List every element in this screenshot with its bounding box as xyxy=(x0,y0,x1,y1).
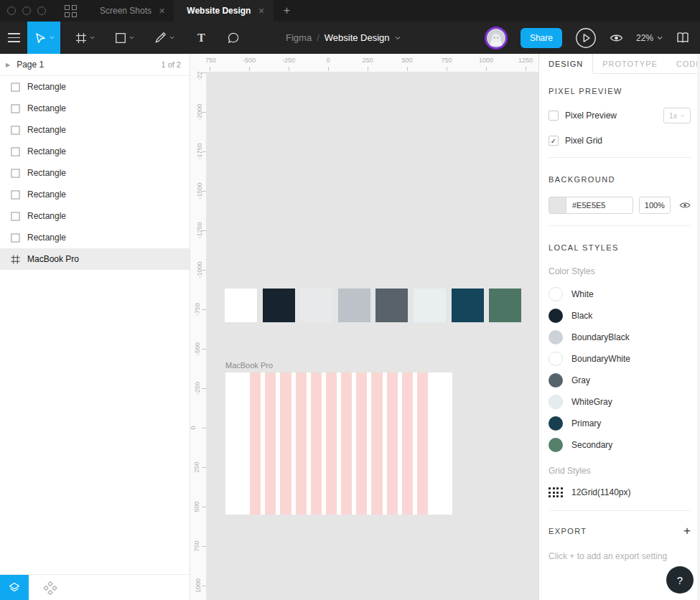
background-section: BACKGROUND #E5E5E5 100% xyxy=(539,162,700,230)
home-grid-icon[interactable] xyxy=(65,5,77,17)
text-icon: T xyxy=(197,32,205,44)
layer-name: Rectangle xyxy=(27,82,66,92)
ruler-corner xyxy=(190,54,206,72)
library-book-icon[interactable] xyxy=(676,32,690,44)
pixel-scale-select[interactable]: 1x xyxy=(663,108,691,123)
background-opacity-field[interactable]: 100% xyxy=(639,197,671,214)
pen-tool-button[interactable] xyxy=(148,22,181,54)
frame-tool-button[interactable] xyxy=(69,22,101,54)
layer-row[interactable]: Rectangle xyxy=(0,205,190,227)
color-style-boundaryblack[interactable]: BoundaryBlack xyxy=(549,327,691,348)
window-maximize-button[interactable] xyxy=(37,6,46,15)
share-button[interactable]: Share xyxy=(521,28,562,48)
canvas-swatch-boundarywhite[interactable] xyxy=(300,289,332,322)
page-name[interactable]: Page 1 xyxy=(17,60,161,70)
page-expand-icon[interactable]: ▶ xyxy=(6,62,10,68)
background-color-swatch[interactable] xyxy=(549,197,566,214)
tab-screen-shots[interactable]: Screen Shots ✕ xyxy=(87,0,174,22)
chevron-down-icon[interactable] xyxy=(395,36,401,40)
window-controls[interactable] xyxy=(0,6,56,15)
assets-panel-button[interactable] xyxy=(36,575,65,600)
inspector-scrollbar[interactable] xyxy=(697,54,700,600)
breadcrumb-app[interactable]: Figma xyxy=(286,32,312,43)
close-icon[interactable]: ✕ xyxy=(159,6,165,16)
preview-eye-icon[interactable] xyxy=(610,33,623,43)
window-close-button[interactable] xyxy=(7,6,16,15)
layer-row[interactable]: Rectangle xyxy=(0,184,190,205)
canvas-swatch-whitegray[interactable] xyxy=(414,289,446,322)
background-hex-field[interactable]: #E5E5E5 xyxy=(549,197,633,214)
present-play-icon[interactable] xyxy=(575,27,597,49)
pixel-preview-title: PIXEL PREVIEW xyxy=(549,87,691,95)
color-style-whitegray[interactable]: WhiteGray xyxy=(549,391,691,413)
text-tool-button[interactable]: T xyxy=(191,22,212,54)
pixel-scale-value: 1x xyxy=(669,111,678,120)
color-style-boundarywhite[interactable]: BoundaryWhite xyxy=(549,348,691,370)
zoom-level-control[interactable]: 22% xyxy=(636,33,663,43)
grid-style-item[interactable]: 12Grid(1140px) xyxy=(549,482,691,503)
color-style-primary[interactable]: Primary xyxy=(549,413,691,434)
macbook-pro-frame[interactable] xyxy=(225,372,452,515)
visibility-eye-icon[interactable] xyxy=(679,201,691,210)
avatar[interactable] xyxy=(485,27,508,50)
menu-icon[interactable] xyxy=(0,22,27,54)
background-hex-value[interactable]: #E5E5E5 xyxy=(566,201,605,210)
tab-prototype[interactable]: PROTOTYPE xyxy=(593,54,667,74)
frame-layer-icon xyxy=(11,255,20,264)
canvas-swatch-secondary[interactable] xyxy=(489,289,521,322)
tab-code[interactable]: CODE xyxy=(667,54,700,74)
layer-row[interactable]: Rectangle xyxy=(0,119,190,141)
color-style-gray[interactable]: Gray xyxy=(549,370,691,391)
close-icon[interactable]: ✕ xyxy=(258,6,264,16)
breadcrumb[interactable]: Figma / Website Design xyxy=(286,22,401,54)
window-minimize-button[interactable] xyxy=(22,6,31,15)
move-tool-button[interactable] xyxy=(27,22,60,54)
frame-icon xyxy=(75,32,87,44)
layer-name: Rectangle xyxy=(27,233,66,243)
canvas-swatch-black[interactable] xyxy=(263,289,295,322)
ruler-tick-label: 1000 xyxy=(479,57,493,64)
layer-row[interactable]: Rectangle xyxy=(0,98,190,119)
grid-column xyxy=(417,372,428,515)
tab-design[interactable]: DESIGN xyxy=(539,54,593,74)
color-style-swatch xyxy=(549,287,563,301)
add-export-button[interactable]: + xyxy=(683,524,691,538)
canvas[interactable]: MacBook Pro -750-500-2500250500750100012… xyxy=(190,54,538,600)
layers-panel-button[interactable] xyxy=(0,575,29,600)
color-style-black[interactable]: Black xyxy=(549,305,691,327)
layer-row[interactable]: Rectangle xyxy=(0,76,190,98)
canvas-swatch-white[interactable] xyxy=(225,289,257,322)
grid-column xyxy=(296,372,307,515)
ruler-tick-label: -250 xyxy=(282,57,295,64)
new-tab-button[interactable]: + xyxy=(274,4,300,17)
grid-column xyxy=(280,372,291,515)
export-hint: Click + to add an export setting xyxy=(549,551,691,561)
color-style-white[interactable]: White xyxy=(549,283,691,305)
frame-title[interactable]: MacBook Pro xyxy=(225,361,273,370)
page-header[interactable]: ▶ Page 1 1 of 2 xyxy=(0,54,190,76)
breadcrumb-file-name[interactable]: Website Design xyxy=(325,32,390,43)
color-style-secondary[interactable]: Secondary xyxy=(549,434,691,456)
shape-tool-button[interactable] xyxy=(108,22,141,54)
comment-tool-button[interactable] xyxy=(220,22,246,54)
pixel-preview-checkbox[interactable] xyxy=(549,111,559,121)
help-button[interactable]: ? xyxy=(666,566,694,594)
tab-website-design[interactable]: Website Design ✕ xyxy=(174,0,273,22)
layer-row[interactable]: Rectangle xyxy=(0,227,190,248)
layer-row[interactable]: MacBook Pro xyxy=(0,248,190,270)
layer-name: MacBook Pro xyxy=(27,254,79,264)
canvas-swatch-boundaryblack[interactable] xyxy=(338,289,370,322)
layer-row[interactable]: Rectangle xyxy=(0,141,190,162)
canvas-swatch-gray[interactable] xyxy=(375,289,408,322)
tab-label: Website Design xyxy=(187,6,251,16)
canvas-swatch-primary[interactable] xyxy=(452,289,484,322)
pixel-grid-checkbox[interactable]: ✓ xyxy=(549,136,559,146)
rectangle-layer-icon xyxy=(11,104,20,113)
chevron-down-icon xyxy=(657,36,663,40)
layer-row[interactable]: Rectangle xyxy=(0,162,190,184)
layer-name: Rectangle xyxy=(27,168,66,178)
ruler-tick-label: -500 xyxy=(243,57,256,64)
ruler-tick-label: 1250 xyxy=(518,57,533,64)
chevron-down-icon xyxy=(129,36,134,39)
grid-column xyxy=(250,372,261,515)
